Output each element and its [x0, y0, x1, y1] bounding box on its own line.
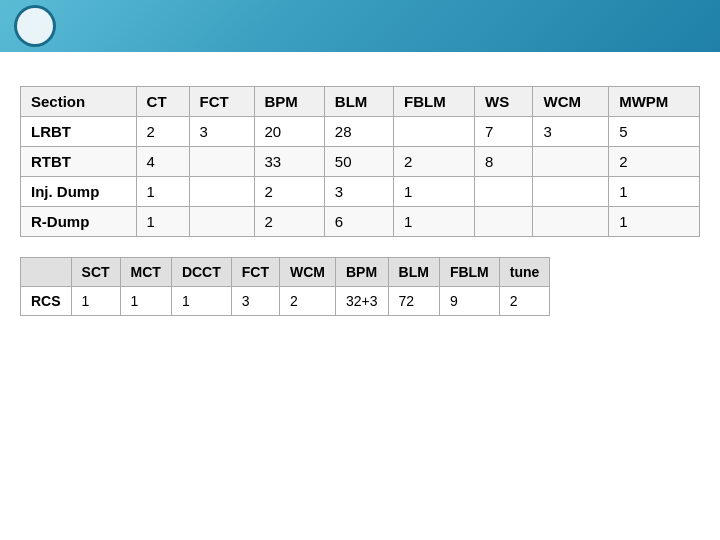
main-table-cell-1-1: 4	[136, 147, 189, 177]
main-table-cell-2-3: 2	[254, 177, 324, 207]
rcs-table-container: SCTMCTDCCTFCTWCMBPMBLMFBLMtune RCS111323…	[20, 257, 700, 316]
main-table-cell-0-6: 7	[475, 117, 533, 147]
main-table-row: LRBT232028735	[21, 117, 700, 147]
rcs-table-head: SCTMCTDCCTFCTWCMBPMBLMFBLMtune	[21, 258, 550, 287]
rcs-table-col-8: FBLM	[439, 258, 499, 287]
main-table-cell-0-7: 3	[533, 117, 609, 147]
rcs-table-cell-0-3: 1	[171, 287, 231, 316]
main-table-cell-3-8: 1	[609, 207, 700, 237]
rcs-table-cell-0-2: 1	[120, 287, 171, 316]
main-table-cell-2-7	[533, 177, 609, 207]
logo-area	[14, 5, 64, 47]
rcs-table-cell-0-1: 1	[71, 287, 120, 316]
main-table-header-row: SectionCTFCTBPMBLMFBLMWSWCMMWPM	[21, 87, 700, 117]
main-table-cell-2-0: Inj. Dump	[21, 177, 137, 207]
main-table-cell-2-1: 1	[136, 177, 189, 207]
main-table-col-1: CT	[136, 87, 189, 117]
main-table-row: Inj. Dump12311	[21, 177, 700, 207]
rcs-table-col-6: BPM	[336, 258, 389, 287]
main-table-cell-0-1: 2	[136, 117, 189, 147]
main-table-cell-2-8: 1	[609, 177, 700, 207]
main-table-cell-0-3: 20	[254, 117, 324, 147]
main-table-cell-2-5: 1	[394, 177, 475, 207]
main-table-col-4: BLM	[324, 87, 393, 117]
rcs-table-col-0	[21, 258, 72, 287]
rcs-table-col-7: BLM	[388, 258, 439, 287]
rcs-table-col-9: tune	[499, 258, 550, 287]
main-table-body: LRBT232028735RTBT43350282Inj. Dump12311R…	[21, 117, 700, 237]
rcs-table-cell-0-0: RCS	[21, 287, 72, 316]
rcs-table-header-row: SCTMCTDCCTFCTWCMBPMBLMFBLMtune	[21, 258, 550, 287]
rcs-table-cell-0-8: 9	[439, 287, 499, 316]
main-table-cell-3-0: R-Dump	[21, 207, 137, 237]
main-table-cell-2-4: 3	[324, 177, 393, 207]
main-table-cell-3-3: 2	[254, 207, 324, 237]
main-table-cell-1-0: RTBT	[21, 147, 137, 177]
main-table-cell-1-5: 2	[394, 147, 475, 177]
logo-circle	[14, 5, 56, 47]
main-table-col-2: FCT	[189, 87, 254, 117]
logo-inner	[17, 8, 53, 44]
main-table-row: R-Dump12611	[21, 207, 700, 237]
main-table-cell-1-8: 2	[609, 147, 700, 177]
main-table-cell-1-4: 50	[324, 147, 393, 177]
rcs-table-cell-0-5: 2	[280, 287, 336, 316]
main-table-cell-0-4: 28	[324, 117, 393, 147]
main-table-col-6: WS	[475, 87, 533, 117]
main-table-head: SectionCTFCTBPMBLMFBLMWSWCMMWPM	[21, 87, 700, 117]
rcs-table-col-1: SCT	[71, 258, 120, 287]
main-table-cell-1-3: 33	[254, 147, 324, 177]
main-table-row: RTBT43350282	[21, 147, 700, 177]
main-table-cell-2-2	[189, 177, 254, 207]
main-table-cell-1-2	[189, 147, 254, 177]
main-table-col-3: BPM	[254, 87, 324, 117]
main-table-cell-2-6	[475, 177, 533, 207]
rcs-table-cell-0-7: 72	[388, 287, 439, 316]
rcs-table-cell-0-9: 2	[499, 287, 550, 316]
main-table-cell-3-5: 1	[394, 207, 475, 237]
main-table-col-0: Section	[21, 87, 137, 117]
page-header	[0, 0, 720, 52]
rcs-table-cell-0-6: 32+3	[336, 287, 389, 316]
main-table-col-5: FBLM	[394, 87, 475, 117]
rcs-table-row: RCS1113232+37292	[21, 287, 550, 316]
main-content: SectionCTFCTBPMBLMFBLMWSWCMMWPM LRBT2320…	[0, 52, 720, 330]
rcs-table-col-4: FCT	[231, 258, 279, 287]
main-table-cell-0-8: 5	[609, 117, 700, 147]
main-table: SectionCTFCTBPMBLMFBLMWSWCMMWPM LRBT2320…	[20, 86, 700, 237]
main-table-cell-0-2: 3	[189, 117, 254, 147]
main-table-cell-3-4: 6	[324, 207, 393, 237]
main-table-cell-0-5	[394, 117, 475, 147]
rcs-table: SCTMCTDCCTFCTWCMBPMBLMFBLMtune RCS111323…	[20, 257, 550, 316]
main-table-cell-1-7	[533, 147, 609, 177]
main-table-col-8: MWPM	[609, 87, 700, 117]
rcs-table-col-3: DCCT	[171, 258, 231, 287]
rcs-table-col-5: WCM	[280, 258, 336, 287]
rcs-table-cell-0-4: 3	[231, 287, 279, 316]
main-table-cell-0-0: LRBT	[21, 117, 137, 147]
main-table-cell-3-6	[475, 207, 533, 237]
main-table-cell-3-7	[533, 207, 609, 237]
main-table-cell-3-1: 1	[136, 207, 189, 237]
rcs-table-col-2: MCT	[120, 258, 171, 287]
main-table-col-7: WCM	[533, 87, 609, 117]
main-table-cell-1-6: 8	[475, 147, 533, 177]
main-table-cell-3-2	[189, 207, 254, 237]
rcs-table-body: RCS1113232+37292	[21, 287, 550, 316]
